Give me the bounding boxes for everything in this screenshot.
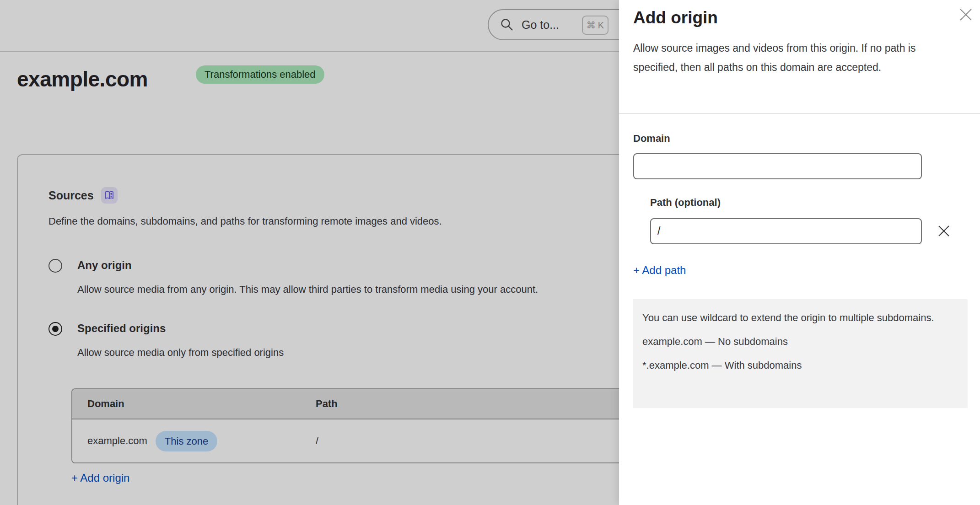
wildcard-info-text: You can use wildcard to extend the origi…: [642, 308, 957, 328]
remove-icon: [937, 224, 951, 238]
close-icon: [958, 6, 974, 23]
wildcard-example-with-subdomains: *.example.com — With subdomains: [642, 356, 957, 375]
wildcard-example-no-subdomains: example.com — No subdomains: [642, 332, 957, 351]
close-button[interactable]: [958, 6, 974, 23]
add-path-link[interactable]: + Add path: [633, 264, 686, 277]
screen: Go to... ⌘K example.com Transformations …: [0, 0, 980, 505]
wildcard-info-box: You can use wildcard to extend the origi…: [633, 299, 968, 408]
path-label: Path (optional): [650, 197, 721, 209]
panel-title: Add origin: [633, 8, 718, 27]
panel-description: Allow source images and videos from this…: [633, 38, 954, 77]
remove-path-button[interactable]: [936, 223, 952, 240]
divider: [619, 113, 980, 114]
path-input[interactable]: [650, 218, 922, 244]
domain-input[interactable]: [633, 153, 922, 179]
add-origin-panel: Add origin Allow source images and video…: [619, 0, 980, 505]
domain-label: Domain: [633, 133, 670, 145]
